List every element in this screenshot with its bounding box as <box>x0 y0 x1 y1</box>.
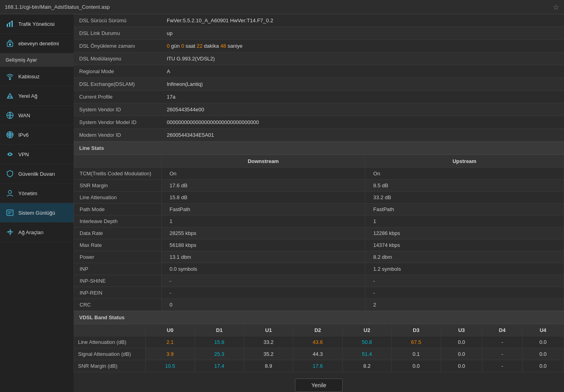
ag-araclari-icon <box>6 228 14 237</box>
sidebar-label-ipv6: IPv6 <box>18 132 29 138</box>
kablosuz-icon <box>6 72 14 81</box>
vdsl-cell: 15.8 <box>195 336 244 348</box>
sidebar-label-ebeveyn: ebeveyn denetimi <box>18 41 59 47</box>
ipv6-icon <box>6 130 14 139</box>
line-stats-row-label: SNR Margin <box>74 180 162 192</box>
vdsl-cell: 35.2 <box>244 348 293 360</box>
line-stats-row-up: - <box>365 275 564 287</box>
line-stats-row-label: INP <box>74 263 162 275</box>
vpn-icon <box>6 150 14 159</box>
line-stats-row-up: 2 <box>365 299 564 311</box>
line-stats-row: CRC02 <box>74 299 564 311</box>
line-stats-table: Downstream Upstream TCM(Trellis Coded Mo… <box>74 155 564 311</box>
sidebar-label-wan: WAN <box>18 113 30 118</box>
dsl-profile-row: Current Profile 17a <box>74 91 564 103</box>
vdsl-cell: 67.5 <box>392 336 441 348</box>
yonetim-icon <box>6 189 14 198</box>
bookmark-icon[interactable]: ☆ <box>553 3 559 12</box>
dsl-profile-value: 17a <box>161 91 564 103</box>
line-stats-row-up: 8.2 dbm <box>365 251 564 263</box>
dsl-exchange-label: DSL Exchange(DSLAM) <box>74 78 161 91</box>
sidebar-label-ag-araclari: Ağ Araçları <box>18 229 44 235</box>
line-stats-row-label: Max Rate <box>74 239 162 251</box>
sidebar-label-kablosuz: Kablosuz <box>18 74 39 80</box>
dsl-driver-row: DSL Sürücü Sürümü FwVer:5.5.2.10_A_A6090… <box>74 14 564 27</box>
vdsl-cell: 33.2 <box>244 336 293 348</box>
sidebar-item-yerel-ag[interactable]: Yerel Ağ <box>0 86 74 106</box>
dsl-vendor-row: System Vendor ID 2605443544e00 <box>74 103 564 116</box>
vdsl-row: Signal Attenuation (dB)3.925.335.244.351… <box>74 348 564 360</box>
uptime-gun: 0 <box>167 43 170 49</box>
line-stats-row-up: 33.2 dB <box>365 192 564 204</box>
refresh-button-row: Yenile <box>74 372 564 392</box>
vdsl-cell: - <box>482 348 522 360</box>
dsl-regional-row: Regional Mode A <box>74 65 564 78</box>
svg-point-14 <box>8 190 12 194</box>
line-stats-row-down: 28255 kbps <box>162 227 365 239</box>
dsl-modulation-row: DSL Modülasyonu ITU G.993.2(VDSL2) <box>74 52 564 65</box>
vdsl-cell: 8.2 <box>342 360 392 372</box>
vdsl-band-table: U0D1U1D2U2D3U3D4U4 Line Attenuation (dB)… <box>74 324 564 372</box>
sidebar-item-wan[interactable]: WAN <box>0 106 74 125</box>
vdsl-col-label <box>74 324 146 336</box>
line-stats-row-up: FastPath <box>365 204 564 215</box>
vdsl-cell: 0.0 <box>441 336 482 348</box>
dsl-exchange-value: Infineon(Lantiq) <box>161 78 564 91</box>
svg-point-4 <box>9 44 11 45</box>
vdsl-row: Line Attenuation (dB)2.115.833.243.650.8… <box>74 336 564 348</box>
uptime-dakika: 22 <box>197 43 202 49</box>
sidebar-label-sistem: Sistem Günlüğü <box>18 210 55 216</box>
vdsl-row: SNR Margin (dB)10.517.48.917.68.20.00.0-… <box>74 360 564 372</box>
sidebar-item-vpn[interactable]: VPN <box>0 145 74 164</box>
content-area: DSL Sürücü Sürümü FwVer:5.5.2.10_A_A6090… <box>74 14 564 392</box>
sidebar-item-trafik[interactable]: Trafik Yöneticisi <box>0 14 74 34</box>
line-stats-header: Line Stats <box>74 142 564 155</box>
refresh-button[interactable]: Yenile <box>295 378 343 392</box>
vdsl-cell: 0.0 <box>441 348 482 360</box>
sidebar-label-yerel-ag: Yerel Ağ <box>18 93 37 99</box>
vdsl-cell: 0.0 <box>392 360 441 372</box>
line-stats-row-down: - <box>162 287 365 299</box>
line-stats-row-label: CRC <box>74 299 162 311</box>
dsl-driver-value: FwVer:5.5.2.10_A_A60901 HwVer:T14.F7_0.2 <box>161 14 564 27</box>
line-stats-row-up: On <box>365 168 564 180</box>
sidebar-item-sistem[interactable]: Sistem Günlüğü <box>0 203 74 223</box>
vdsl-cell: 0.0 <box>522 360 564 372</box>
line-stats-row-label: TCM(Trellis Coded Modulation) <box>74 168 162 180</box>
sidebar-item-kablosuz[interactable]: Kablosuz <box>0 67 74 86</box>
ebeveyn-icon <box>6 39 14 48</box>
sidebar-item-ebeveyn[interactable]: ebeveyn denetimi <box>0 34 74 53</box>
sidebar-item-yonetim[interactable]: Yönetim <box>0 184 74 203</box>
line-stats-row-down: 56188 kbps <box>162 239 365 251</box>
line-stats-row-down: 0.0 symbols <box>162 263 365 275</box>
line-stats-row: Line Attenuation15.8 dB33.2 dB <box>74 192 564 204</box>
vdsl-col-D4: D4 <box>482 324 522 336</box>
trafik-icon <box>6 19 14 28</box>
line-stats-row: TCM(Trellis Coded Modulation)OnOn <box>74 168 564 180</box>
sidebar-item-guvenlik[interactable]: Güvenlik Duvarı <box>0 164 74 184</box>
line-stats-row: Path ModeFastPathFastPath <box>74 204 564 215</box>
line-stats-row-down: 13.1 dbm <box>162 251 365 263</box>
dsl-exchange-row: DSL Exchange(DSLAM) Infineon(Lantiq) <box>74 78 564 91</box>
yerel-ag-icon <box>6 91 14 100</box>
sidebar-label-trafik: Trafik Yöneticisi <box>18 21 55 27</box>
vdsl-col-U1: U1 <box>244 324 293 336</box>
sistem-icon <box>6 208 14 217</box>
vdsl-cell: - <box>482 336 522 348</box>
sidebar-item-ipv6[interactable]: IPv6 <box>0 125 74 145</box>
dsl-link-label: DSL Link Durumu <box>74 27 161 40</box>
dsl-modem-vendor-row: Modem Vendor ID 26005443434E5A01 <box>74 129 564 142</box>
uptime-saat-label: saat <box>185 43 195 49</box>
dsl-driver-label: DSL Sürücü Sürümü <box>74 14 161 27</box>
vdsl-col-D2: D2 <box>293 324 342 336</box>
dsl-regional-label: Regional Mode <box>74 65 161 78</box>
line-stats-row: INP-REIN-- <box>74 287 564 299</box>
dsl-modem-vendor-label: Modem Vendor ID <box>74 129 161 142</box>
line-stats-row: Interleave Depth11 <box>74 215 564 227</box>
svg-rect-15 <box>7 210 13 215</box>
line-stats-header-row: Downstream Upstream <box>74 155 564 168</box>
vdsl-cell: 44.3 <box>293 348 342 360</box>
sidebar-item-ag-araclari[interactable]: Ağ Araçları <box>0 223 74 242</box>
line-stats-row-up: 1 <box>365 215 564 227</box>
svg-rect-2 <box>12 21 13 27</box>
